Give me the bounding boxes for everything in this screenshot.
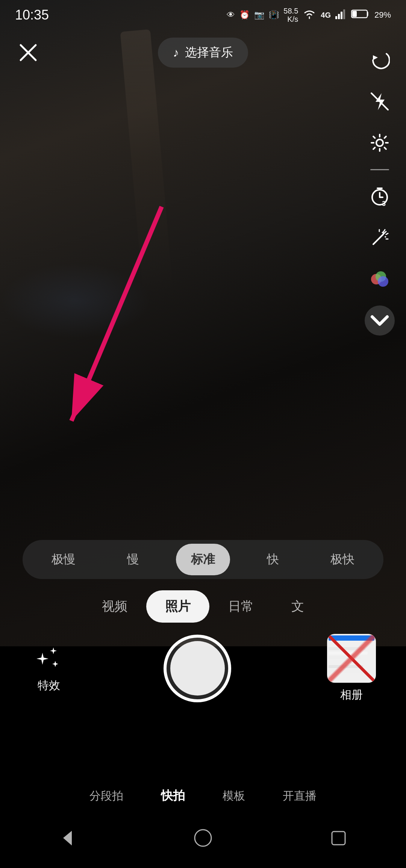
svg-point-28 — [195, 830, 211, 846]
svg-point-25 — [378, 276, 388, 287]
svg-marker-10 — [373, 55, 378, 60]
music-select-button[interactable]: ♪ 选择音乐 — [158, 38, 248, 68]
flip-camera-button[interactable] — [365, 45, 395, 75]
signal-icon — [335, 9, 347, 21]
svg-line-26 — [327, 634, 376, 683]
bottom-nav: 分段拍 快拍 模板 开直播 — [0, 784, 406, 808]
settings-button[interactable] — [365, 128, 395, 158]
sidebar-divider — [370, 169, 389, 170]
battery-icon — [351, 9, 370, 21]
shutter-inner — [170, 641, 225, 696]
speed-item-very-fast[interactable]: 极快 — [315, 544, 370, 575]
right-sidebar: 3 ✦ ✦ — [365, 45, 395, 336]
album-button[interactable]: 相册 — [327, 634, 376, 703]
mode-daily[interactable]: 日常 — [209, 590, 273, 623]
album-thumbnail — [327, 634, 376, 683]
mode-video[interactable]: 视频 — [83, 590, 146, 623]
mode-text[interactable]: 文 — [273, 590, 323, 623]
more-options-button[interactable] — [365, 305, 395, 336]
speed-text: 58.5 K/s — [283, 7, 298, 23]
music-icon: ♪ — [173, 46, 179, 60]
svg-text:3: 3 — [382, 200, 386, 207]
shutter-button[interactable] — [164, 635, 231, 702]
eye-icon: 👁 — [227, 10, 235, 20]
camera-icon-status: 📷 — [254, 10, 264, 20]
color-filter-button[interactable] — [365, 264, 395, 294]
speed-item-slow[interactable]: 慢 — [111, 544, 156, 575]
music-button-label: 选择音乐 — [185, 44, 233, 61]
wifi-icon — [303, 9, 316, 21]
svg-line-19 — [386, 233, 388, 234]
vibrate-icon: 📳 — [269, 10, 279, 20]
battery-percent: 29% — [374, 10, 391, 20]
svg-point-12 — [376, 139, 383, 146]
nav-template[interactable]: 模板 — [215, 785, 253, 808]
album-screenshot-preview — [327, 634, 376, 683]
status-time: 10:35 — [15, 7, 49, 23]
effects-label: 特效 — [38, 678, 60, 693]
nav-quick-shoot[interactable]: 快拍 — [153, 784, 192, 808]
svg-rect-7 — [352, 11, 357, 17]
status-bar: 10:35 👁 ⏰ 📷 📳 58.5 K/s 4G 29% — [0, 0, 406, 30]
speed-selector: 极慢 慢 标准 快 极快 — [23, 540, 383, 579]
nav-live[interactable]: 开直播 — [275, 785, 324, 808]
alarm-icon: ⏰ — [239, 10, 250, 20]
nav-home-button[interactable] — [188, 823, 218, 853]
nav-recents-button[interactable] — [323, 823, 353, 853]
nav-segment-shoot[interactable]: 分段拍 — [82, 785, 131, 808]
network-icon: 4G — [321, 11, 331, 20]
speed-item-very-slow[interactable]: 极慢 — [36, 544, 91, 575]
effects-button[interactable]: 特效 — [30, 643, 68, 693]
mode-photo[interactable]: 照片 — [146, 590, 209, 623]
svg-line-15 — [373, 234, 383, 244]
nav-back-button[interactable] — [53, 823, 83, 853]
top-bar: ♪ 选择音乐 — [0, 30, 406, 75]
svg-rect-3 — [338, 14, 340, 19]
svg-rect-2 — [335, 16, 337, 19]
speed-item-standard[interactable]: 标准 — [176, 544, 230, 575]
status-icons: 👁 ⏰ 📷 📳 58.5 K/s 4G 29% — [227, 7, 391, 23]
timer-button[interactable]: 3 — [365, 181, 395, 212]
speed-item-fast[interactable]: 快 — [250, 544, 295, 575]
camera-actions: 特效 — [0, 634, 406, 703]
svg-marker-27 — [63, 831, 72, 845]
svg-line-11 — [371, 93, 388, 110]
svg-text:✦: ✦ — [384, 235, 387, 239]
magic-button[interactable]: ✦ ✦ — [365, 223, 395, 253]
close-button[interactable] — [15, 39, 41, 66]
svg-rect-29 — [332, 832, 345, 845]
flash-button[interactable] — [365, 86, 395, 116]
effects-icon — [30, 643, 68, 673]
svg-rect-5 — [343, 9, 345, 19]
system-nav-bar — [0, 808, 406, 868]
svg-rect-4 — [341, 12, 342, 19]
album-label: 相册 — [340, 687, 363, 703]
mode-selector: 视频 照片 日常 文 — [0, 590, 406, 623]
bottom-controls: 极慢 慢 标准 快 极快 视频 照片 日常 文 特效 — [0, 540, 406, 710]
